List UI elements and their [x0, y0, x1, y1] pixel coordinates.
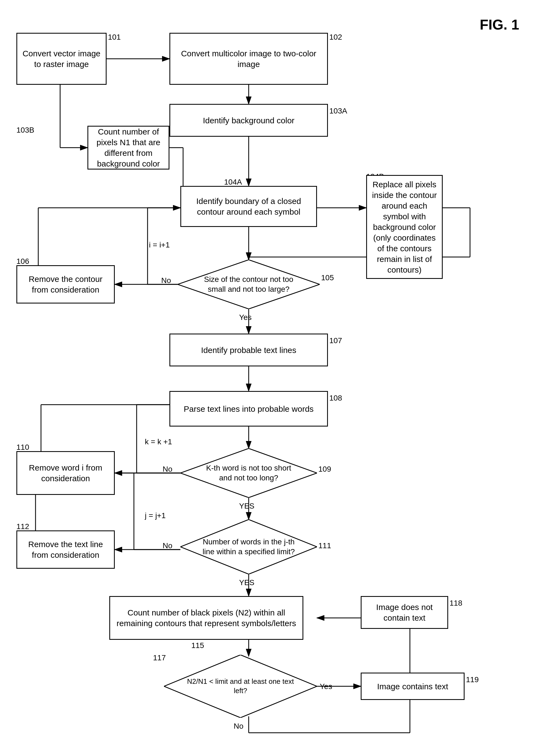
diagram: FIG. 1 — [0, 0, 552, 756]
ref-111: 111 — [318, 541, 331, 550]
ref-107: 107 — [329, 336, 342, 345]
box-104b: Replace all pixels inside the contour ar… — [366, 175, 443, 279]
label-k-eq: k = k +1 — [145, 437, 172, 446]
box-104a: Identify boundary of a closed contour ar… — [180, 186, 317, 227]
ref-115: 115 — [191, 641, 204, 650]
box-119: Image contains text — [361, 673, 464, 700]
diamond-105-text: Size of the contour not too small and no… — [199, 275, 298, 295]
ref-118: 118 — [449, 599, 462, 608]
ref-119: 119 — [466, 675, 479, 684]
box-108: Parse text lines into probable words — [169, 391, 328, 427]
ref-117: 117 — [153, 653, 166, 662]
box-107: Identify probable text lines — [169, 334, 328, 366]
ref-104a: 104A — [224, 178, 242, 187]
diamond-109: K-th word is not too short and not too l… — [180, 448, 317, 498]
ref-110: 110 — [16, 443, 29, 452]
diamond-117: N2/N1 < limit and at least one text left… — [164, 655, 317, 718]
d105-yes-label: Yes — [239, 313, 252, 322]
box-count: Count number of pixels N1 that are diffe… — [88, 126, 169, 170]
diamond-105: Size of the contour not too small and no… — [178, 260, 320, 309]
d117-no-label: No — [234, 722, 244, 731]
box-112: Remove the text line from consideration — [16, 530, 115, 569]
diamond-109-text: K-th word is not too short and not too l… — [201, 463, 296, 483]
ref-112: 112 — [16, 522, 29, 531]
label-j-eq: j = j+1 — [145, 511, 166, 520]
ref-101: 101 — [108, 33, 121, 41]
label-i-eq: i = i+1 — [149, 241, 170, 249]
d111-yes-label: YES — [239, 578, 254, 587]
d105-no-label: No — [161, 276, 171, 285]
diamond-111-text: Number of words in the j-th line within … — [201, 537, 296, 557]
ref-109: 109 — [318, 465, 331, 473]
d111-no-label: No — [163, 541, 172, 550]
box-110: Remove word i from consideration — [16, 451, 115, 495]
box-102: Convert multicolor image to two-color im… — [169, 33, 328, 85]
d117-yes-label: Yes — [320, 682, 332, 691]
box-118: Image does not contain text — [361, 596, 448, 629]
ref-105: 105 — [321, 274, 334, 282]
box-106: Remove the contour from consideration — [16, 265, 115, 304]
box-101: Convert vector image to raster image — [16, 33, 107, 85]
ref-106: 106 — [16, 257, 29, 266]
fig-title: FIG. 1 — [480, 16, 519, 33]
d109-no-label: No — [163, 465, 172, 473]
ref-108: 108 — [329, 394, 342, 403]
box-103a: Identify background color — [169, 104, 328, 137]
ref-103b: 103B — [16, 126, 34, 134]
ref-103a: 103A — [329, 107, 347, 115]
box-115: Count number of black pixels (N2) within… — [109, 596, 303, 640]
diamond-117-text: N2/N1 < limit and at least one text left… — [187, 677, 294, 695]
diamond-111: Number of words in the j-th line within … — [180, 520, 317, 574]
ref-102: 102 — [329, 33, 342, 41]
d109-yes-label: YES — [239, 502, 254, 511]
